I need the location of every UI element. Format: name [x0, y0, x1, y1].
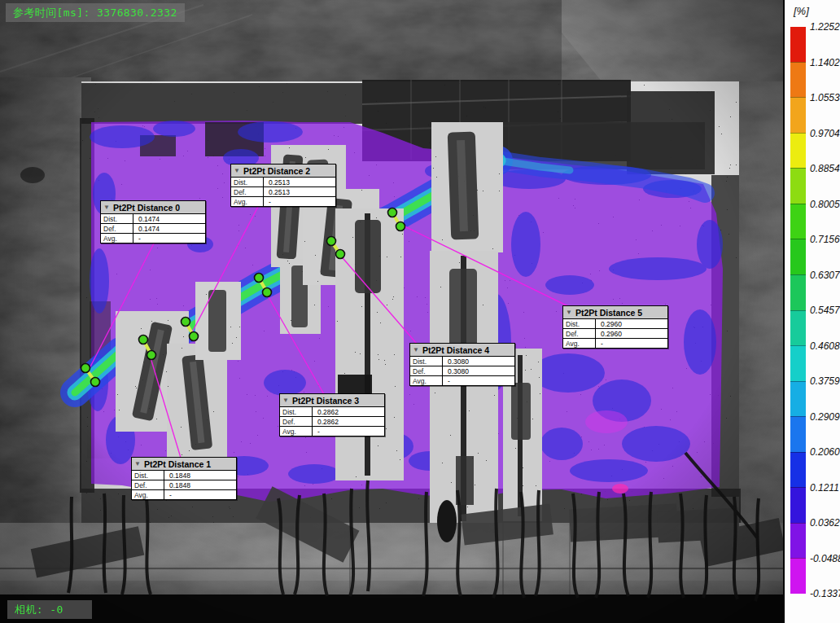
row-label: Avg. [101, 234, 133, 243]
annotation-header[interactable]: ▼ Pt2Pt Distance 2 [231, 165, 335, 178]
annotation-row: Avg.- [563, 339, 667, 348]
scale-tick-label: 0.0362 [810, 516, 840, 529]
row-label: Def. [410, 366, 443, 375]
row-value: 0.1848 [164, 481, 190, 489]
scale-tick-label: 1.1402 [810, 56, 840, 69]
scale-segment [790, 558, 806, 594]
annotation-row: Def.0.1474 [101, 224, 205, 234]
annotation-header[interactable]: ▼ Pt2Pt Distance 4 [410, 344, 514, 357]
row-value: - [313, 428, 320, 436]
scale-tick-label: -0.0488 [810, 552, 840, 565]
annotation-header[interactable]: ▼ Pt2Pt Distance 0 [101, 201, 205, 214]
annotation-row: Def.0.2862 [280, 417, 384, 427]
scale-segment [790, 62, 806, 98]
row-label: Def. [132, 480, 164, 489]
scale-tick-label: 1.2252 [810, 20, 840, 33]
scale-tick-label: 0.3759 [810, 375, 840, 388]
scale-tick-label: 0.9704 [810, 127, 840, 140]
scale-tick-label: 0.7156 [810, 233, 840, 246]
annotation-title: Pt2Pt Distance 0 [113, 203, 180, 213]
collapse-triangle-icon[interactable]: ▼ [282, 397, 289, 404]
annotation-title: Pt2Pt Distance 5 [575, 308, 642, 318]
scale-tick-label: 1.0553 [810, 91, 840, 104]
collapse-triangle-icon[interactable]: ▼ [103, 204, 110, 211]
annotation-header[interactable]: ▼ Pt2Pt Distance 1 [132, 458, 236, 471]
row-label: Dist. [101, 214, 133, 223]
scale-tick-label: 0.2909 [810, 410, 840, 423]
collapse-triangle-icon[interactable]: ▼ [134, 461, 141, 467]
row-value: 0.2862 [313, 408, 339, 416]
camera-text: 相机: -0 [15, 603, 63, 616]
scale-tick-label: 0.8854 [810, 162, 840, 175]
annotation-title: Pt2Pt Distance 2 [243, 166, 310, 176]
row-label: Dist. [563, 319, 596, 328]
pt2pt-annotation-3[interactable]: ▼ Pt2Pt Distance 3 Dist.0.2862 Def.0.286… [279, 393, 385, 437]
collapse-triangle-icon[interactable]: ▼ [413, 347, 419, 353]
scale-segment [790, 523, 806, 559]
row-value: 0.3080 [443, 358, 469, 366]
scale-tick-label: 0.2060 [810, 445, 840, 458]
scale-tick-label: 0.4608 [810, 340, 840, 353]
annotation-row: Def.0.1848 [132, 480, 236, 490]
row-value: 0.1474 [133, 215, 160, 223]
pt2pt-annotation-0[interactable]: ▼ Pt2Pt Distance 0 Dist.0.1474 Def.0.147… [100, 200, 206, 243]
row-label: Dist. [132, 471, 164, 480]
annotation-row: Avg.- [410, 376, 514, 385]
row-value: 0.1848 [164, 472, 190, 480]
annotation-title: Pt2Pt Distance 4 [422, 345, 489, 355]
row-label: Dist. [410, 357, 443, 366]
row-value: 0.2862 [313, 418, 339, 426]
annotation-row: Dist.0.1848 [132, 471, 236, 480]
scale-segment [790, 274, 806, 310]
pt2pt-annotation-1[interactable]: ▼ Pt2Pt Distance 1 Dist.0.1848 Def.0.184… [131, 457, 237, 500]
annotation-row: Dist.0.2862 [280, 407, 384, 417]
row-value: 0.2960 [596, 320, 622, 328]
row-label: Def. [231, 187, 264, 196]
row-label: Avg. [132, 490, 164, 499]
reference-time-label: 参考时间[ms]: 3376830.2332 [6, 3, 185, 22]
collapse-triangle-icon[interactable]: ▼ [234, 168, 240, 174]
scene-render [0, 0, 840, 623]
scale-tick-label: -0.1337 [810, 587, 840, 600]
row-value: - [133, 235, 141, 243]
scale-tick-label: 0.1211 [810, 481, 839, 494]
scale-segment [790, 310, 806, 346]
annotation-title: Pt2Pt Distance 1 [144, 459, 211, 469]
annotation-row: Avg.- [231, 197, 335, 206]
scale-segment [790, 452, 806, 488]
pt2pt-annotation-4[interactable]: ▼ Pt2Pt Distance 4 Dist.0.3080 Def.0.308… [409, 343, 515, 386]
scale-tick-label: 0.8005 [810, 198, 840, 211]
row-label: Def. [280, 417, 313, 426]
annotation-row: Def.0.2960 [563, 329, 667, 339]
row-label: Dist. [231, 178, 264, 186]
annotation-header[interactable]: ▼ Pt2Pt Distance 5 [563, 306, 667, 319]
collapse-triangle-icon[interactable]: ▼ [566, 309, 572, 316]
row-value: 0.1474 [133, 225, 160, 233]
annotation-row: Dist.0.3080 [410, 357, 514, 366]
camera-label: 相机: -0 [7, 600, 92, 619]
scale-segment [790, 204, 806, 239]
annotation-title: Pt2Pt Distance 3 [292, 396, 359, 406]
annotation-row: Def.0.2513 [231, 187, 335, 197]
scale-segment [790, 487, 806, 523]
pt2pt-annotation-2[interactable]: ▼ Pt2Pt Distance 2 Dist.0.2513 Def.0.251… [230, 164, 336, 207]
row-value: - [443, 377, 450, 385]
annotation-header[interactable]: ▼ Pt2Pt Distance 3 [280, 394, 384, 407]
scale-segment [790, 27, 806, 62]
row-label: Def. [563, 329, 596, 338]
scale-segment [790, 168, 806, 204]
annotation-row: Avg.- [132, 490, 236, 499]
row-label: Avg. [280, 427, 313, 436]
row-value: 0.2960 [596, 330, 622, 338]
annotation-row: Dist.0.2513 [231, 178, 335, 187]
row-value: 0.3080 [443, 367, 469, 375]
scale-segment [790, 416, 806, 452]
scale-tick-label: 0.6307 [810, 269, 840, 282]
scale-tick-label: 0.5457 [810, 304, 840, 317]
annotation-row: Avg.- [280, 427, 384, 436]
scale-segment [790, 381, 806, 417]
color-scale-panel: [%] 1.2252 1.1402 1.0553 0.9704 0.8854 0… [783, 0, 840, 623]
annotation-row: Def.0.3080 [410, 366, 514, 376]
row-value: - [596, 340, 603, 348]
pt2pt-annotation-5[interactable]: ▼ Pt2Pt Distance 5 Dist.0.2960 Def.0.296… [562, 305, 668, 349]
